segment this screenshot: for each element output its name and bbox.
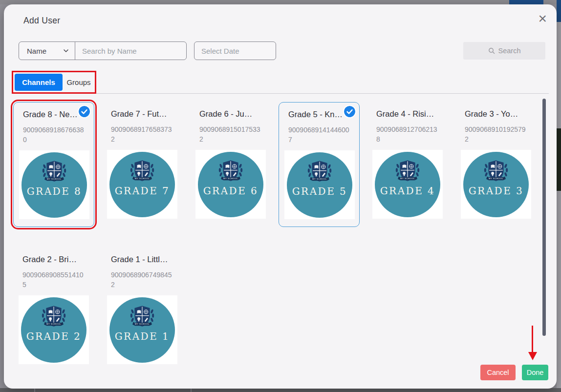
select-date-input[interactable]	[194, 41, 276, 60]
channel-id: 90090689176583732	[111, 125, 173, 144]
tab-groups[interactable]: Groups	[63, 78, 95, 86]
crest-ribbon-text: MY SCHOOL	[223, 177, 238, 180]
grade-badge-label: GRADE 5	[292, 186, 347, 197]
school-crest-icon: MY SCHOOL	[482, 159, 510, 185]
channel-card[interactable]: Grade 7 - Fut… 90090689176583732	[102, 102, 183, 227]
channel-avatar: MY SCHOOL GRADE 6	[195, 150, 266, 219]
grade-badge-label: GRADE 8	[27, 186, 82, 197]
crest-ribbon-text: MY SCHOOL	[312, 178, 327, 180]
channel-avatar: MY SCHOOL GRADE 7	[107, 150, 177, 219]
grade-badge-label: GRADE 1	[115, 330, 170, 342]
channel-avatar: MY SCHOOL GRADE 5	[284, 150, 355, 219]
annotation-arrow	[532, 326, 533, 353]
avatar-circle: MY SCHOOL GRADE 4	[375, 152, 440, 217]
channel-name: Grade 3 - Yo…	[465, 109, 518, 119]
channels-grid: Grade 8 - Ne… 90090689186766380	[13, 102, 546, 372]
vertical-scrollbar[interactable]	[542, 99, 546, 336]
avatar-circle: MY SCHOOL GRADE 7	[109, 152, 175, 217]
channel-id: 90090689085514105	[22, 270, 84, 289]
channel-id: 90090689127062138	[376, 125, 438, 144]
channel-card[interactable]: Grade 1 - Littl… 90090689067498452	[102, 248, 183, 372]
channel-card[interactable]: Grade 3 - Yo… 90090689101925792	[455, 102, 537, 227]
school-crest-icon: MY SCHOOL	[129, 159, 156, 185]
channel-avatar: MY SCHOOL GRADE 8	[19, 150, 89, 219]
channel-name: Grade 8 - Ne…	[23, 110, 78, 119]
channel-card[interactable]: Grade 2 - Bri… 90090689085514105	[13, 248, 94, 372]
cancel-button[interactable]: Cancel	[480, 365, 516, 380]
channel-avatar: MY SCHOOL GRADE 2	[19, 295, 89, 364]
school-crest-icon: MY SCHOOL	[40, 305, 67, 330]
avatar-circle: MY SCHOOL GRADE 8	[22, 152, 87, 218]
channel-card[interactable]: Grade 4 - Risi… 90090689127062138	[367, 102, 448, 227]
channel-card[interactable]: Grade 6 - Ju… 90090689150175332	[190, 102, 271, 227]
grade-badge-label: GRADE 3	[469, 185, 524, 197]
background-table-line	[191, 388, 192, 392]
crest-ribbon-text: MY SCHOOL	[400, 177, 415, 180]
background-page-right	[557, 0, 561, 392]
background-header-partial	[557, 0, 561, 22]
avatar-circle: MY SCHOOL GRADE 6	[198, 152, 263, 217]
background-table-line	[34, 388, 35, 392]
check-icon	[79, 106, 90, 117]
grade-badge-label: GRADE 2	[26, 330, 82, 342]
channel-name: Grade 7 - Fut…	[111, 109, 167, 119]
channel-card[interactable]: Grade 5 - Kn… 90090689141446007	[279, 102, 360, 227]
chevron-down-icon	[63, 48, 69, 54]
crest-ribbon-text: MY SCHOOL	[47, 178, 62, 180]
channel-avatar: MY SCHOOL GRADE 4	[372, 150, 443, 219]
close-icon[interactable]: ×	[538, 10, 547, 27]
school-crest-icon: MY SCHOOL	[394, 159, 421, 185]
channel-card[interactable]: Grade 8 - Ne… 90090689186766380	[13, 102, 94, 227]
grade-badge-label: GRADE 7	[115, 185, 170, 197]
channel-name: Grade 4 - Risi…	[376, 109, 434, 119]
magnifier-icon	[488, 47, 495, 54]
school-crest-icon: MY SCHOOL	[306, 160, 333, 185]
school-crest-icon: MY SCHOOL	[41, 160, 68, 185]
background-page-bottom	[0, 388, 561, 392]
dialog-title: Add User	[23, 16, 60, 26]
crest-ribbon-text: MY SCHOOL	[135, 177, 150, 180]
avatar-circle: MY SCHOOL GRADE 5	[287, 152, 352, 218]
tab-channels[interactable]: Channels	[15, 74, 63, 91]
channel-avatar: MY SCHOOL GRADE 1	[107, 295, 177, 364]
school-crest-icon: MY SCHOOL	[217, 159, 244, 185]
avatar-circle: MY SCHOOL GRADE 2	[21, 297, 86, 363]
school-crest-icon: MY SCHOOL	[129, 305, 156, 330]
grade-badge-label: GRADE 6	[203, 185, 259, 197]
name-filter-group: Name	[19, 41, 187, 60]
channel-avatar: MY SCHOOL GRADE 3	[461, 150, 531, 219]
field-selector-value: Name	[27, 47, 46, 55]
avatar-circle: MY SCHOOL GRADE 3	[463, 152, 529, 217]
avatar-circle: MY SCHOOL GRADE 1	[109, 297, 175, 363]
field-selector-dropdown[interactable]: Name	[19, 42, 75, 60]
crest-ribbon-text: MY SCHOOL	[46, 323, 61, 325]
channel-id: 90090689141446007	[288, 125, 350, 144]
background-page-top	[0, 0, 561, 4]
crest-ribbon-text: MY SCHOOL	[135, 323, 150, 325]
crest-ribbon-text: MY SCHOOL	[489, 177, 503, 180]
channel-name: Grade 2 - Bri…	[22, 255, 77, 264]
check-icon	[344, 106, 355, 117]
channel-id: 90090689101925792	[465, 125, 526, 144]
grade-badge-label: GRADE 4	[380, 185, 435, 197]
channel-id: 90090689067498452	[111, 270, 173, 289]
channel-id: 90090689150175332	[199, 125, 261, 144]
search-button[interactable]: Search	[463, 42, 545, 60]
channel-name: Grade 5 - Kn…	[288, 110, 343, 119]
background-image-partial	[557, 128, 561, 191]
add-user-dialog: Add User × Name Search Channels Groups G…	[4, 4, 557, 389]
annotation-arrow-head	[528, 352, 537, 360]
channel-name: Grade 1 - Littl…	[111, 255, 168, 264]
channel-name: Grade 6 - Ju…	[199, 109, 252, 119]
search-button-label: Search	[498, 47, 521, 55]
search-by-name-input[interactable]	[75, 42, 186, 60]
tabs-annotation-box: Channels Groups	[12, 71, 96, 94]
channel-id: 90090689186766380	[23, 125, 85, 144]
done-button[interactable]: Done	[522, 365, 548, 380]
